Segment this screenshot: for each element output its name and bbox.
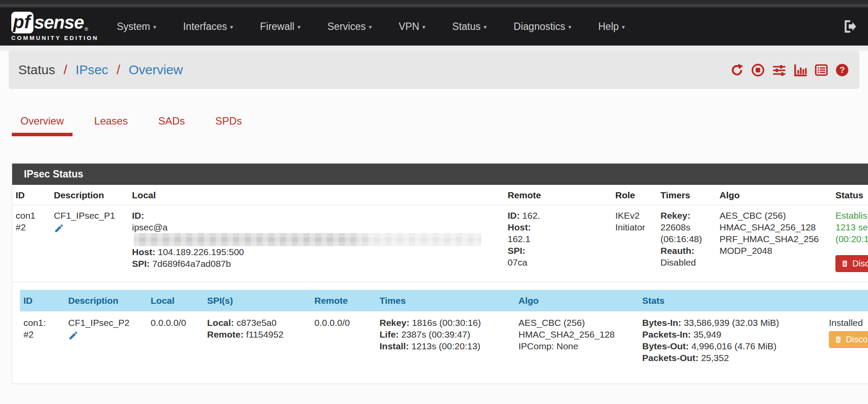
breadcrumb-separator: / bbox=[63, 62, 67, 77]
edit-p2-button[interactable] bbox=[68, 330, 79, 341]
col-header-timers: Timers bbox=[657, 185, 716, 205]
tab-spds[interactable]: SPDs bbox=[207, 108, 251, 136]
ipsec-p2-table: ID Description Local SPI(s) Remote Times… bbox=[20, 290, 868, 370]
cell-remote: ID: 162. Host: 162.1 SPI: 07ca bbox=[504, 205, 612, 282]
col-header-remote: Remote bbox=[504, 185, 612, 205]
svg-text:?: ? bbox=[839, 65, 845, 75]
logo-sense-text: sense bbox=[34, 12, 84, 33]
disconnect-p2-button[interactable]: Disconnect bbox=[829, 331, 868, 348]
refresh-button[interactable] bbox=[730, 63, 744, 77]
redacted-blur bbox=[134, 233, 481, 246]
pencil-icon bbox=[54, 223, 64, 233]
logo-edition-text: COMMUNITY EDITION bbox=[11, 35, 99, 41]
child-entries-row: ID Description Local SPI(s) Remote Times… bbox=[12, 282, 868, 384]
col-header-times: Times bbox=[376, 290, 515, 312]
col-header-id: ID bbox=[12, 185, 50, 205]
breadcrumb-overview-link[interactable]: Overview bbox=[129, 62, 183, 77]
table-header-row: ID Description Local Remote Role Timers … bbox=[12, 185, 868, 205]
trash-icon bbox=[834, 335, 842, 344]
cell-times: Rekey: 1816s (00:30:16) Life: 2387s (00:… bbox=[376, 312, 515, 370]
help-button[interactable]: ? bbox=[835, 63, 849, 77]
status-established: Established bbox=[835, 210, 868, 221]
breadcrumb-ipsec-link[interactable]: IPsec bbox=[76, 62, 108, 77]
chevron-down-icon: ▾ bbox=[568, 23, 571, 30]
nav-item-help[interactable]: Help▾ bbox=[598, 21, 625, 33]
cell-remote: 0.0.0.0/0 bbox=[311, 312, 376, 370]
chevron-down-icon: ▾ bbox=[153, 23, 156, 30]
cell-spis: Local: c873e5a0 Remote: f1154952 bbox=[204, 312, 311, 370]
table-row: con1 #2 CF1_IPsec_P1 ID: ipsec@a bbox=[12, 205, 868, 282]
nav-menu: System▾ Interfaces▾ Firewall▾ Services▾ … bbox=[117, 21, 625, 33]
tab-overview[interactable]: Overview bbox=[12, 108, 73, 136]
col-header-algo: Algo bbox=[515, 290, 639, 312]
col-header-local: Local bbox=[147, 290, 204, 312]
cell-local: 0.0.0.0/0 bbox=[147, 312, 204, 370]
ipsec-status-table: ID Description Local Remote Role Timers … bbox=[12, 185, 868, 384]
col-header-status: Status bbox=[832, 185, 868, 205]
ipsec-status-panel: IPsec Status ID Description Local Remote… bbox=[12, 163, 868, 384]
pencil-icon bbox=[68, 330, 79, 341]
col-header-algo: Algo bbox=[716, 185, 832, 205]
edit-p1-button[interactable] bbox=[54, 223, 64, 233]
stop-button[interactable] bbox=[751, 63, 765, 77]
nav-item-interfaces[interactable]: Interfaces▾ bbox=[183, 21, 233, 33]
disconnect-p1-button[interactable]: Disconnect bbox=[835, 255, 868, 272]
nav-item-vpn[interactable]: VPN▾ bbox=[399, 21, 425, 33]
tab-sads[interactable]: SADs bbox=[149, 108, 193, 136]
help-icon: ? bbox=[835, 63, 849, 77]
col-header-stats: Stats bbox=[639, 290, 825, 312]
logout-button[interactable] bbox=[842, 19, 857, 34]
page-content: Status / IPsec / Overview bbox=[0, 51, 868, 404]
nav-item-firewall[interactable]: Firewall▾ bbox=[260, 21, 300, 33]
sliders-icon bbox=[772, 63, 786, 77]
cell-description: CF1_IPsec_P2 bbox=[65, 312, 147, 370]
nav-item-system[interactable]: System▾ bbox=[117, 21, 156, 33]
breadcrumb-status: Status bbox=[18, 62, 55, 77]
refresh-icon bbox=[730, 63, 744, 77]
chevron-down-icon: ▾ bbox=[422, 23, 426, 30]
graph-button[interactable] bbox=[794, 63, 807, 77]
tab-leases[interactable]: Leases bbox=[86, 108, 136, 136]
cell-algo: AES_CBC (256) HMAC_SHA2_256_128 IPComp: … bbox=[515, 312, 639, 370]
list-icon bbox=[815, 63, 828, 77]
chevron-down-icon: ▾ bbox=[622, 23, 625, 30]
nav-item-status[interactable]: Status▾ bbox=[452, 21, 487, 33]
cell-role: IKEv2 Initiator bbox=[612, 205, 657, 282]
log-view-button[interactable] bbox=[815, 63, 828, 77]
cell-timers: Rekey: 22608s (06:16:48) Reauth: Disable… bbox=[657, 205, 716, 282]
chevron-down-icon: ▾ bbox=[230, 23, 233, 30]
pfsense-logo[interactable]: pf sense ® COMMUNITY EDITION bbox=[11, 12, 99, 41]
col-header-id: ID bbox=[20, 290, 65, 312]
cell-algo: AES_CBC (256) HMAC_SHA2_256_128 PRF_HMAC… bbox=[716, 205, 832, 282]
breadcrumb-bar: Status / IPsec / Overview bbox=[9, 51, 859, 89]
col-header-description: Description bbox=[65, 290, 147, 312]
breadcrumb-separator: / bbox=[116, 62, 120, 77]
col-header-blank bbox=[825, 290, 868, 312]
panel-title: IPsec Status bbox=[12, 164, 868, 185]
top-strip bbox=[0, 0, 868, 4]
main-navbar: pf sense ® COMMUNITY EDITION System▾ Int… bbox=[0, 7, 868, 46]
nav-item-services[interactable]: Services▾ bbox=[327, 21, 372, 33]
bar-chart-icon bbox=[794, 63, 807, 77]
chevron-down-icon: ▾ bbox=[297, 23, 300, 30]
col-header-role: Role bbox=[612, 185, 657, 205]
stop-icon bbox=[751, 63, 765, 77]
table-row: con1: #2 CF1_IPsec_P2 bbox=[20, 312, 868, 370]
filter-button[interactable] bbox=[772, 63, 786, 77]
col-header-description: Description bbox=[50, 185, 129, 205]
logo-pf-box: pf bbox=[11, 12, 33, 33]
col-header-spis: SPI(s) bbox=[204, 290, 311, 312]
chevron-down-icon: ▾ bbox=[484, 23, 487, 30]
cell-stats: Bytes-In: 33,586,939 (32.03 MiB) Packets… bbox=[639, 312, 825, 370]
nav-item-diagnostics[interactable]: Diagnostics▾ bbox=[514, 21, 571, 33]
cell-id: con1 #2 bbox=[12, 205, 50, 282]
cell-status: Established 1213 seconds (00:20:13) Disc… bbox=[832, 205, 868, 282]
sign-out-icon bbox=[842, 19, 857, 34]
trash-icon bbox=[841, 259, 849, 268]
cell-local: ID: ipsec@a Host: 104.189.226.195:500 SP… bbox=[129, 205, 504, 282]
status-installed: Installed bbox=[829, 317, 868, 328]
col-header-remote: Remote bbox=[311, 290, 376, 312]
cell-description: CF1_IPsec_P1 bbox=[50, 205, 129, 282]
logo-registered-mark: ® bbox=[85, 26, 88, 32]
breadcrumb: Status / IPsec / Overview bbox=[18, 62, 183, 77]
